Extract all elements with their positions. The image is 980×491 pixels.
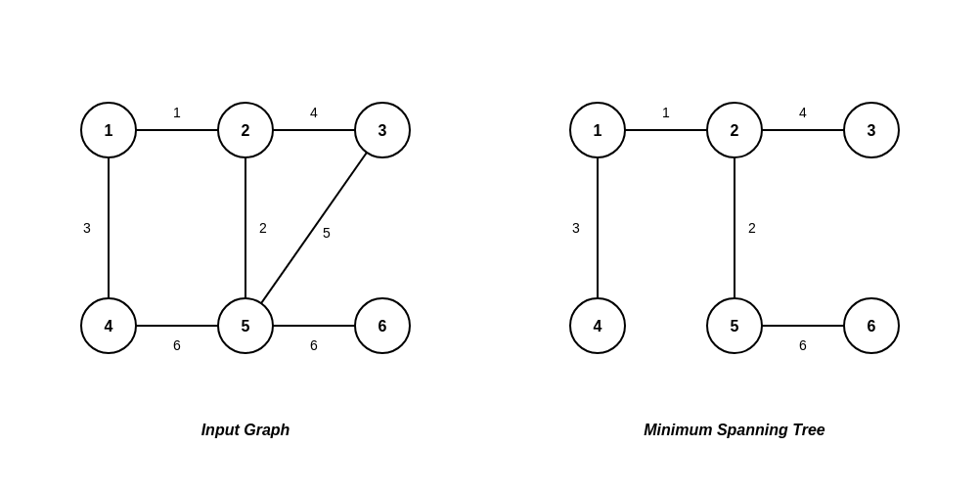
mst-edge-label-2-5: 2 — [748, 220, 756, 236]
mst-edge-label-2-3: 4 — [799, 105, 807, 120]
mst-node-label-3: 3 — [868, 122, 876, 139]
input-node-label-2: 2 — [242, 122, 250, 139]
mst-graph-wrapper: 1 4 3 2 6 1 2 3 4 5 6 Minimum Spanning T… — [519, 52, 950, 439]
input-graph-svg: 1 4 3 2 5 6 6 1 2 3 4 5 6 — [30, 52, 461, 404]
input-graph-label: Input Graph — [201, 422, 290, 439]
input-edge-label-3-5: 5 — [323, 225, 331, 241]
input-edge-label-4-5: 6 — [173, 337, 181, 353]
input-node-label-1: 1 — [105, 122, 113, 139]
input-node-label-6: 6 — [379, 318, 387, 335]
input-graph-wrapper: 1 4 3 2 5 6 6 1 2 3 4 5 6 — [30, 52, 461, 439]
input-node-label-4: 4 — [105, 318, 113, 335]
input-node-label-5: 5 — [242, 318, 250, 335]
input-edge-label-2-3: 4 — [310, 105, 318, 120]
mst-node-label-4: 4 — [594, 318, 602, 335]
mst-node-label-1: 1 — [594, 122, 602, 139]
mst-edge-label-1-2: 1 — [662, 105, 670, 120]
input-edge-label-2-5: 2 — [259, 220, 267, 236]
input-edge-label-1-2: 1 — [173, 105, 181, 120]
mst-edge-label-1-4: 3 — [572, 220, 580, 236]
input-edge-label-1-4: 3 — [83, 220, 91, 236]
input-edge-label-5-6: 6 — [310, 337, 318, 353]
mst-graph-svg: 1 4 3 2 6 1 2 3 4 5 6 — [519, 52, 950, 404]
main-container: 1 4 3 2 5 6 6 1 2 3 4 5 6 — [0, 0, 980, 491]
mst-node-label-5: 5 — [731, 318, 739, 335]
mst-graph-label: Minimum Spanning Tree — [644, 422, 825, 439]
input-node-label-3: 3 — [379, 122, 387, 139]
mst-edge-label-5-6: 6 — [799, 337, 807, 353]
mst-node-label-6: 6 — [868, 318, 876, 335]
mst-node-label-2: 2 — [731, 122, 739, 139]
